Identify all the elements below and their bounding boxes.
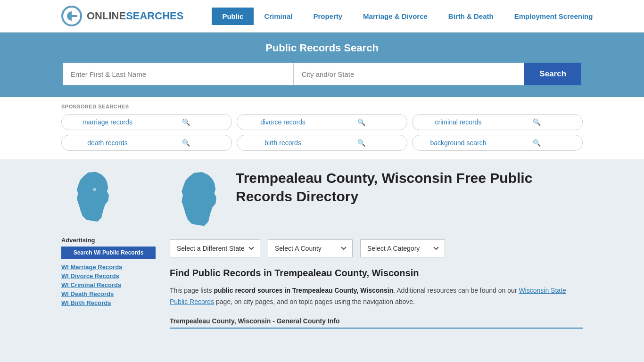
logo-icon [61, 6, 82, 26]
sponsored-grid: marriage records 🔍 divorce records 🔍 cri… [61, 114, 583, 151]
sponsored-tag-background[interactable]: background search 🔍 [412, 135, 583, 151]
nav-item-birth-death[interactable]: Birth & Death [438, 8, 504, 25]
category-dropdown[interactable]: Select A Category [360, 239, 445, 257]
search-banner-title: Public Records Search [61, 42, 583, 54]
nav-item-property[interactable]: Property [303, 8, 353, 25]
svg-point-1 [93, 188, 96, 191]
sponsored-tag-marriage[interactable]: marriage records 🔍 [61, 114, 232, 130]
name-input[interactable] [63, 63, 294, 85]
state-map [61, 169, 156, 227]
logo-area: ONLINESEARCHES [61, 6, 183, 26]
header: ONLINESEARCHES Public Criminal Property … [0, 0, 644, 33]
location-input[interactable] [294, 63, 525, 85]
sidebar-link-death[interactable]: WI Death Records [61, 290, 156, 297]
main-content: Advertising Search WI Public Records WI … [0, 159, 644, 338]
search-icon-6: 🔍 [497, 139, 576, 147]
sponsored-tag-criminal[interactable]: criminal records 🔍 [412, 114, 583, 130]
sidebar-link-divorce[interactable]: WI Divorce Records [61, 272, 156, 280]
main-nav: Public Criminal Property Marriage & Divo… [212, 8, 603, 25]
nav-item-public[interactable]: Public [212, 8, 254, 25]
logo-text: ONLINESEARCHES [87, 10, 183, 22]
sponsored-tag-divorce[interactable]: divorce records 🔍 [237, 114, 407, 130]
advertising-label: Advertising [61, 237, 156, 244]
nav-item-criminal[interactable]: Criminal [254, 8, 303, 25]
sidebar-search-button[interactable]: Search WI Public Records [61, 247, 156, 259]
sponsored-tag-death[interactable]: death records 🔍 [61, 135, 232, 151]
sidebar-link-marriage[interactable]: WI Marriage Records [61, 263, 156, 271]
sponsored-area: SPONSORED SEARCHES marriage records 🔍 di… [0, 97, 644, 159]
sidebar-link-criminal[interactable]: WI Criminal Records [61, 281, 156, 288]
sidebar-link-birth[interactable]: WI Birth Records [61, 299, 156, 306]
page-main-title: Trempealeau County, Wisconsin Free Publi… [236, 169, 583, 206]
wisconsin-map [61, 169, 123, 225]
sponsored-tag-birth[interactable]: birth records 🔍 [237, 135, 407, 151]
page-content: Trempealeau County, Wisconsin Free Publi… [170, 169, 583, 329]
search-icon-3: 🔍 [497, 118, 576, 126]
sidebar: Advertising Search WI Public Records WI … [61, 169, 156, 329]
find-records-title: Find Public Records in Trempealeau Count… [170, 268, 583, 279]
search-icon-4: 🔍 [147, 139, 225, 147]
dropdowns-area: Select a Different State Select A County… [170, 239, 583, 257]
page-title-area: Trempealeau County, Wisconsin Free Publi… [170, 169, 583, 230]
nav-item-employment[interactable]: Employment Screening [504, 8, 603, 25]
search-icon-2: 🔍 [322, 118, 400, 126]
state-dropdown[interactable]: Select a Different State [170, 239, 260, 257]
search-banner: Public Records Search Search [0, 33, 644, 97]
logo-searches: SEARCHES [126, 10, 183, 22]
sponsored-label: SPONSORED SEARCHES [61, 104, 583, 109]
search-form: Search [63, 63, 581, 85]
nav-item-marriage-divorce[interactable]: Marriage & Divorce [353, 8, 438, 25]
logo-online: ONLINE [87, 10, 126, 22]
description-text: This page lists public record sources in… [170, 285, 583, 308]
county-info-header: Trempealeau County, Wisconsin - General … [170, 317, 583, 329]
search-button[interactable]: Search [524, 63, 581, 85]
county-dropdown[interactable]: Select A County [268, 239, 353, 257]
search-icon-1: 🔍 [147, 118, 225, 126]
wi-map-large [170, 169, 226, 230]
search-icon-5: 🔍 [322, 139, 400, 147]
